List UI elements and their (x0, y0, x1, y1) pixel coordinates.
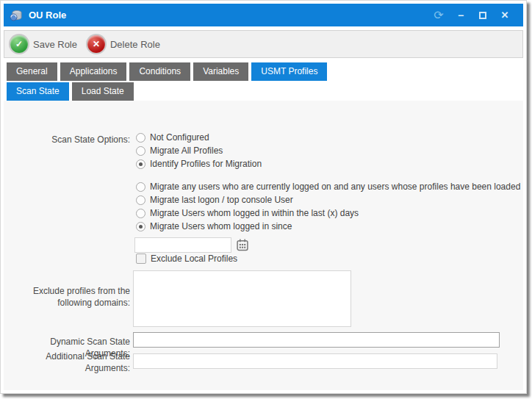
sub-tab-bar: Scan State Load State (4, 82, 523, 101)
save-check-icon: ✓ (10, 35, 28, 53)
radio-migrate-logged-on-users[interactable]: Migrate any users who are currently logg… (136, 181, 520, 192)
exclude-local-profiles-checkbox[interactable]: Exclude Local Profiles (136, 254, 237, 264)
radio-migrate-all-profiles[interactable]: Migrate All Profiles (136, 145, 223, 156)
calendar-icon[interactable] (236, 239, 249, 251)
radio-identify-profiles[interactable]: Identify Profiles for Migration (136, 159, 262, 169)
tab-applications[interactable]: Applications (60, 62, 127, 81)
dynamic-scan-state-arguments-input[interactable] (133, 332, 500, 348)
radio-migrate-last-logon[interactable]: Migrate last logon / top console User (136, 195, 293, 205)
tab-scan-state[interactable]: Scan State (7, 82, 69, 101)
toolbar: ✓ Save Role ✕ Delete Role (4, 30, 523, 58)
radio-icon (136, 133, 145, 143)
radio-migrate-last-x-days[interactable]: Migrate Users whom logged in within the … (136, 208, 359, 218)
close-icon[interactable]: ✕ (494, 6, 516, 25)
tab-usmt-profiles[interactable]: USMT Profiles (251, 62, 327, 81)
tab-conditions[interactable]: Conditions (129, 62, 190, 81)
radio-icon (136, 209, 145, 218)
radio-icon (136, 182, 145, 192)
save-role-button[interactable]: ✓ Save Role (10, 35, 77, 53)
window-title: OU Role (29, 10, 66, 21)
delete-role-label: Delete Role (110, 39, 160, 50)
exclude-domains-label: Exclude profiles from the following doma… (4, 285, 130, 309)
delete-role-button[interactable]: ✕ Delete Role (87, 35, 160, 53)
additional-scan-state-arguments-input[interactable] (133, 353, 497, 369)
maximize-icon[interactable] (472, 6, 494, 25)
radio-icon (136, 146, 145, 156)
app-icon (10, 10, 23, 21)
main-tab-bar: General Applications Conditions Variable… (4, 62, 523, 81)
refresh-icon[interactable]: ⟳ (428, 6, 450, 25)
checkbox-icon (136, 254, 146, 264)
tab-variables[interactable]: Variables (193, 62, 248, 81)
scan-state-options-label: Scan State Options: (4, 134, 130, 145)
minimize-icon[interactable]: − (450, 6, 472, 25)
radio-icon-selected (136, 159, 145, 169)
delete-x-icon: ✕ (87, 35, 105, 53)
logged-in-since-date-input[interactable] (134, 237, 231, 253)
radio-icon (136, 195, 145, 205)
additional-args-label: Additional Scan State Arguments: (4, 351, 130, 374)
tab-load-state[interactable]: Load State (72, 82, 134, 101)
tab-general[interactable]: General (7, 62, 57, 81)
title-bar: OU Role ⟳ − ✕ (4, 4, 523, 26)
radio-icon-selected (136, 222, 145, 231)
radio-migrate-since[interactable]: Migrate Users whom logged in since (136, 221, 292, 231)
ou-role-dialog: OU Role ⟳ − ✕ ✓ Save Role ✕ Delete Role … (0, 0, 527, 394)
radio-not-configured[interactable]: Not Configured (136, 132, 209, 143)
exclude-domains-textarea[interactable] (133, 270, 351, 327)
scan-state-panel: Scan State Options: Not Configured Migra… (4, 101, 523, 390)
save-role-label: Save Role (33, 39, 77, 50)
